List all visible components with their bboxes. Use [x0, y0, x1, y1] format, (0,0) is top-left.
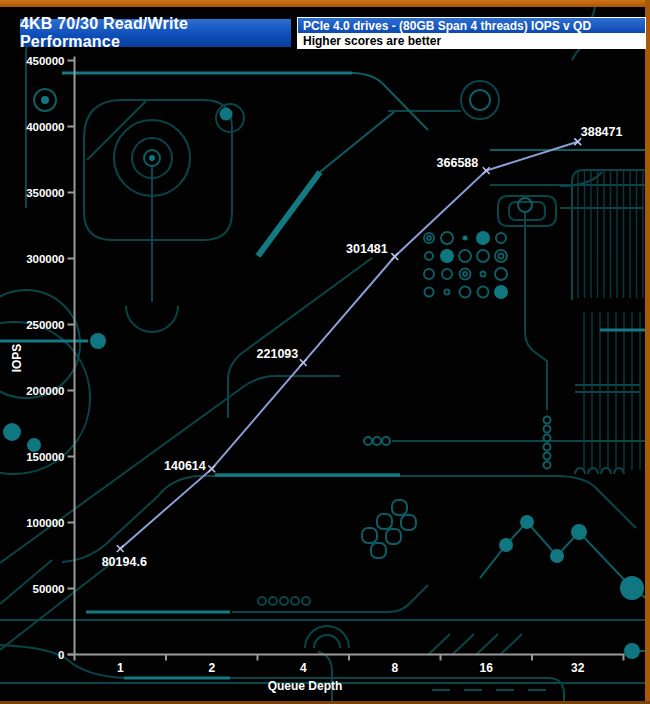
y-axis-title: IOPS: [10, 344, 24, 373]
y-tick-label: 450000: [26, 55, 64, 67]
data-point-label: 140614: [164, 459, 206, 473]
y-tick-label: 300000: [26, 253, 64, 265]
y-tick-label: 200000: [26, 385, 64, 397]
y-tick-label: 250000: [26, 319, 64, 331]
y-tick-label: 350000: [26, 187, 64, 199]
chart-subtitle-box: PCIe 4.0 drives - (80GB Span 4 threads) …: [297, 17, 646, 49]
data-point-label: 301481: [346, 242, 388, 256]
frame-border-right: [645, 0, 650, 704]
y-tick-label: 400000: [26, 121, 64, 133]
y-tick-label: 100000: [26, 517, 64, 529]
chart-panel: 0500001000001500002000002500003000003500…: [0, 0, 650, 704]
x-tick-label: 4: [300, 661, 307, 675]
x-tick-label: 32: [571, 661, 585, 675]
y-tick-label: 50000: [33, 583, 65, 595]
iops-line-chart: 0500001000001500002000002500003000003500…: [0, 0, 650, 704]
data-point-marker: [391, 253, 398, 260]
data-point-marker: [300, 359, 307, 366]
x-tick-label: 2: [208, 661, 215, 675]
x-tick-label: 16: [480, 661, 494, 675]
data-point-marker: [208, 465, 215, 472]
performance-line: [120, 142, 578, 549]
data-point-label: 366588: [437, 156, 479, 170]
chart-title-box: 4KB 70/30 Read/Write Performance: [20, 19, 291, 47]
y-tick-label: 0: [58, 649, 64, 661]
x-tick-label: 8: [391, 661, 398, 675]
frame-border-top: [0, 0, 650, 7]
data-point-marker: [117, 545, 124, 552]
data-point-label: 388471: [581, 125, 623, 139]
chart-note: Higher scores are better: [298, 33, 645, 48]
chart-title: 4KB 70/30 Read/Write Performance: [20, 15, 291, 51]
y-tick-label: 150000: [26, 451, 64, 463]
data-point-label: 80194.6: [102, 555, 147, 569]
data-point-label: 221093: [257, 347, 299, 361]
chart-subtitle: PCIe 4.0 drives - (80GB Span 4 threads) …: [298, 18, 645, 33]
x-axis-title: Queue Depth: [268, 679, 343, 693]
x-tick-label: 1: [117, 661, 124, 675]
